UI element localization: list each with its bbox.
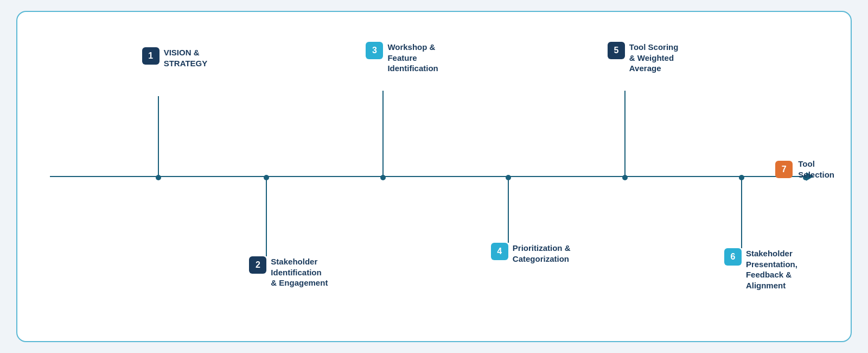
timeline-line xyxy=(50,176,807,177)
badge-3: 3 xyxy=(366,42,383,59)
step-6-text: StakeholderPresentation,Feedback &Alignm… xyxy=(746,248,797,291)
stem-1 xyxy=(158,96,159,178)
stem-4 xyxy=(508,178,509,243)
dot-5 xyxy=(622,175,628,180)
dot-1 xyxy=(156,175,161,180)
dot-4 xyxy=(506,175,511,180)
stem-2 xyxy=(266,178,267,256)
stem-3 xyxy=(382,91,384,178)
step-2-text: StakeholderIdentification& Engagement xyxy=(271,256,328,288)
badge-2: 2 xyxy=(249,256,266,274)
dot-6 xyxy=(739,175,744,180)
step-4-text: Prioritization &Categorization xyxy=(513,243,571,264)
step-7-text: ToolSelection xyxy=(798,159,834,180)
step-3-text: Workshop &FeatureIdentification xyxy=(387,42,438,74)
step-6: 6 StakeholderPresentation,Feedback &Alig… xyxy=(724,248,797,291)
diagram-container: 1 VISION &STRATEGY 2 StakeholderIdentifi… xyxy=(16,11,852,342)
step-3: 3 Workshop &FeatureIdentification xyxy=(366,42,438,74)
step-1-text: VISION &STRATEGY xyxy=(164,47,208,68)
badge-7: 7 xyxy=(775,161,793,178)
step-7: 7 ToolSelection xyxy=(775,159,834,180)
stem-5 xyxy=(624,91,626,178)
step-2: 2 StakeholderIdentification& Engagement xyxy=(249,256,328,288)
badge-4: 4 xyxy=(491,243,508,260)
badge-5: 5 xyxy=(608,42,625,59)
badge-6: 6 xyxy=(724,248,742,266)
step-5: 5 Tool Scoring& WeightedAverage xyxy=(608,42,679,74)
stem-6 xyxy=(741,178,742,248)
step-5-text: Tool Scoring& WeightedAverage xyxy=(629,42,679,74)
dot-3 xyxy=(380,175,386,180)
dot-2 xyxy=(264,175,269,180)
badge-1: 1 xyxy=(142,47,159,65)
step-4: 4 Prioritization &Categorization xyxy=(491,243,571,264)
step-1: 1 VISION &STRATEGY xyxy=(142,47,208,68)
